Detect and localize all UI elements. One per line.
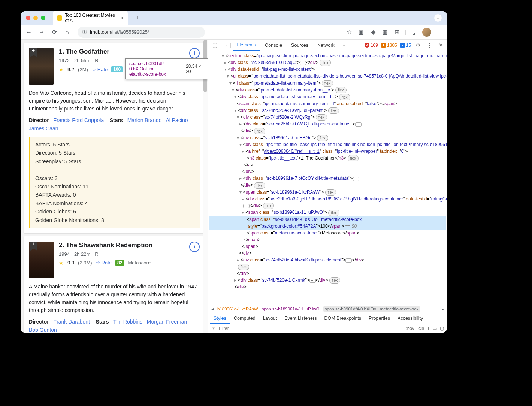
content-area: 1. The Godfather 1972 2h 55m R ★ 9.2 (2M… xyxy=(21,40,447,333)
page-scrollbar[interactable] xyxy=(203,40,208,333)
tab-sources[interactable]: Sources xyxy=(287,40,312,50)
director-label: Director xyxy=(29,117,49,123)
profile-avatar[interactable] xyxy=(422,28,431,37)
cls-toggle[interactable]: .cls xyxy=(417,326,424,331)
tab-console[interactable]: Console xyxy=(261,40,286,50)
breadcrumb[interactable]: ◂ b189961a-1.kcRAsW span.sc-b189961a-11.… xyxy=(208,304,447,313)
tab-dom-breakpoints[interactable]: DOM Breakpoints xyxy=(320,313,365,324)
star-link[interactable]: Tim Robbins xyxy=(113,319,142,325)
movie-card: 2. The Shawshank Redemption 1994 2h 22m … xyxy=(24,236,205,333)
close-devtools-button[interactable]: ✕ xyxy=(436,41,445,49)
new-tab-button[interactable]: + xyxy=(134,14,141,22)
hov-toggle[interactable]: :hov xyxy=(406,326,414,331)
minimize-window-button[interactable] xyxy=(33,16,38,20)
reload-button[interactable]: ⟳ xyxy=(50,28,59,37)
rate-button[interactable]: Rate xyxy=(92,67,108,72)
vote-count: (2M) xyxy=(78,67,88,72)
star-link[interactable]: Marlon Brando xyxy=(127,117,162,123)
devtools-menu-button[interactable]: ⋮ xyxy=(425,41,433,49)
tab-title: Top 100 Greatest Movies of A xyxy=(65,13,117,23)
filter-icon: ⫧ xyxy=(211,326,216,331)
close-tab-button[interactable]: × xyxy=(120,15,123,21)
tooltip-dimensions: 28.34 × 20 xyxy=(186,64,204,74)
director-link[interactable]: Francis Ford Coppola xyxy=(54,117,104,123)
metascore-box: 82 xyxy=(115,260,124,266)
watchlist-ribbon[interactable] xyxy=(30,242,37,251)
star-link[interactable]: Al Pacino xyxy=(166,117,188,123)
styles-filter-bar: ⫧ Filter :hov .cls + ▭ ▢ xyxy=(208,324,447,333)
tab-computed[interactable]: Computed xyxy=(230,313,259,324)
stars-label: Stars xyxy=(110,117,123,123)
close-window-button[interactable] xyxy=(26,16,30,20)
titlebar: Top 100 Greatest Movies of A × + ⌄ xyxy=(21,11,447,25)
tab-properties[interactable]: Properties xyxy=(365,313,394,324)
browser-window: Top 100 Greatest Movies of A × + ⌄ ← → ⟳… xyxy=(21,11,447,333)
address-bar[interactable]: ⓘ imdb.com/list/ls055592025/ xyxy=(78,27,205,38)
dom-tree[interactable]: ▾<section class="ipc-page-section ipc-pa… xyxy=(208,51,447,304)
director-label: Director xyxy=(29,319,49,325)
movie-poster[interactable] xyxy=(29,242,54,278)
error-count[interactable]: ✕109 xyxy=(365,43,378,48)
tab-styles[interactable]: Styles xyxy=(210,313,230,324)
tab-layout[interactable]: Layout xyxy=(259,313,281,324)
extension-icon[interactable]: ▦ xyxy=(381,28,389,36)
tab-event-listeners[interactable]: Event Listeners xyxy=(281,313,320,324)
star-link[interactable]: Bob Gunton xyxy=(29,327,57,333)
warning-count[interactable]: !1805 xyxy=(381,43,397,48)
new-style-rule-button[interactable]: + xyxy=(427,326,430,331)
star-icon: ★ xyxy=(59,260,64,266)
user-notes: Actors: 5 Stars Direction: 5 Stars Scree… xyxy=(29,137,200,228)
imdb-favicon xyxy=(57,15,62,21)
movie-runtime: 2h 55m xyxy=(74,58,90,63)
tabs-dropdown-button[interactable]: ⌄ xyxy=(434,14,442,22)
url-domain: imdb.com xyxy=(90,29,111,35)
info-button[interactable]: i xyxy=(189,242,200,252)
vote-count: (2.9M) xyxy=(78,260,92,266)
movie-title[interactable]: 2. The Shawshank Redemption xyxy=(59,242,184,249)
tab-accessibility[interactable]: Accessibility xyxy=(394,313,427,324)
tooltip-selector: span.sc-b0901df4-0.bXIOoL.m etacritic-sc… xyxy=(129,61,181,77)
downloads-button[interactable]: ⭳ xyxy=(410,28,418,36)
watchlist-ribbon[interactable] xyxy=(30,48,37,57)
extensions-button[interactable]: ⊞ xyxy=(393,28,401,36)
info-button[interactable]: i xyxy=(189,48,200,58)
filter-input[interactable]: Filter xyxy=(219,326,403,331)
metascore-box: 100 xyxy=(111,66,123,72)
stars-label: Stars xyxy=(96,319,109,325)
device-toolbar-button[interactable]: ▭ xyxy=(220,41,229,49)
movie-runtime: 2h 22m xyxy=(74,251,90,257)
inspect-element-button[interactable]: ⬚ xyxy=(211,41,219,49)
extension-icon[interactable]: ▣ xyxy=(357,28,365,36)
settings-button[interactable]: ⚙ xyxy=(414,41,422,49)
movie-cert: R xyxy=(95,251,98,257)
metascore-label: Metascore xyxy=(128,260,151,266)
toggle-sidebar-button[interactable]: ▢ xyxy=(440,326,444,331)
info-count[interactable]: i15 xyxy=(400,43,411,48)
site-info-icon[interactable]: ⓘ xyxy=(82,29,87,36)
rate-button[interactable]: Rate xyxy=(96,260,112,266)
url-path: /list/ls055592025/ xyxy=(111,29,149,35)
star-link[interactable]: James Caan xyxy=(29,125,58,131)
computed-sidebar-button[interactable]: ▭ xyxy=(433,326,437,331)
forward-button[interactable]: → xyxy=(37,28,46,37)
browser-menu-button[interactable]: ⋮ xyxy=(435,28,443,36)
more-tabs-button[interactable]: » xyxy=(340,41,348,49)
maximize-window-button[interactable] xyxy=(41,16,45,20)
rating-value: 9.2 xyxy=(67,67,74,72)
star-icon: ★ xyxy=(59,66,64,72)
extension-icon[interactable]: ◆ xyxy=(369,28,377,36)
home-button[interactable]: ⌂ xyxy=(63,28,72,37)
movie-description: Don Vito Corleone, head of a mafia famil… xyxy=(29,89,200,113)
star-link[interactable]: Morgan Freeman xyxy=(147,319,187,325)
devtools-toolbar: ⬚ ▭ | Elements Console Sources Network »… xyxy=(208,40,447,51)
styles-tabbar: Styles Computed Layout Event Listeners D… xyxy=(208,313,447,324)
movie-poster[interactable] xyxy=(29,48,54,85)
tab-network[interactable]: Network xyxy=(314,40,338,50)
browser-tab[interactable]: Top 100 Greatest Movies of A × xyxy=(53,11,128,25)
page-viewport[interactable]: 1. The Godfather 1972 2h 55m R ★ 9.2 (2M… xyxy=(21,40,208,333)
bookmark-button[interactable]: ☆ xyxy=(345,28,353,36)
tab-elements[interactable]: Elements xyxy=(233,40,260,51)
back-button[interactable]: ← xyxy=(24,28,33,37)
movie-title[interactable]: 1. The Godfather xyxy=(59,48,184,55)
director-link[interactable]: Frank Darabont xyxy=(54,319,90,325)
